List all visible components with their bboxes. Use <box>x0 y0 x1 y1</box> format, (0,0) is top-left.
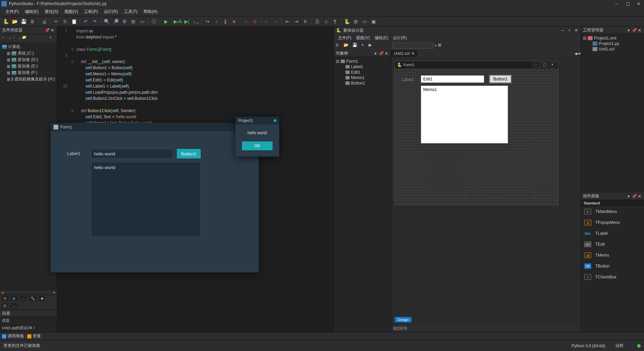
nav-back-small-icon[interactable]: ← <box>1 35 7 41</box>
proj-file[interactable]: Unit1.sct <box>592 46 643 52</box>
designer-run-icon[interactable]: ▶ <box>369 43 375 49</box>
menu-find[interactable]: 查找(S) <box>42 8 61 16</box>
designer-close-icon[interactable]: ✕ <box>574 28 579 33</box>
obj-tree-item[interactable]: Edit1 <box>345 70 389 75</box>
search-next-icon[interactable]: 🔎 <box>112 18 119 25</box>
minimize-button[interactable]: ─ <box>613 1 621 6</box>
palette-item-popupmenu[interactable]: ☰TPopupMenu <box>581 217 644 228</box>
save-icon[interactable]: 💾 <box>20 18 27 25</box>
designer-min-icon[interactable]: ─ <box>560 28 565 33</box>
file-tree[interactable]: 计算机 ⊞系统 (C:) ⊞新加卷 (D:) ⊞新加卷 (E:) ⊞新加卷 (F… <box>0 42 57 290</box>
close-button[interactable]: ✕ <box>634 1 643 6</box>
menu-edit[interactable]: 编辑(E) <box>22 8 41 16</box>
filter-icon[interactable]: ⚙ <box>1 296 9 301</box>
cut-icon[interactable]: ✂ <box>52 18 60 25</box>
palette-item-edit[interactable]: abITEdit <box>581 239 644 250</box>
run-icon[interactable]: ▶ <box>162 18 170 25</box>
obj-tree-pin-icon[interactable]: 📌 <box>379 51 383 56</box>
menu-view[interactable]: 视图(V) <box>62 8 81 16</box>
stop-icon[interactable]: ■ <box>39 296 45 301</box>
drive-node[interactable]: ⊞新加卷 (D:) <box>6 57 56 63</box>
python-icon[interactable]: 🐍 <box>2 18 10 25</box>
indent-icon[interactable]: ⇥ <box>293 18 300 25</box>
copy-icon[interactable]: ⎘ <box>61 18 69 25</box>
step-up-icon[interactable]: ↑ <box>213 18 220 25</box>
palette-dropdown-icon[interactable]: ▾ <box>626 194 631 199</box>
goto-icon[interactable]: ⊞ <box>129 18 137 25</box>
form-max-button[interactable]: ▢ <box>541 62 548 67</box>
table-icon[interactable]: ⊞ <box>352 18 359 25</box>
more-icon[interactable]: ... <box>20 296 27 301</box>
stop-record-icon[interactable]: ⊘ <box>251 18 259 25</box>
replace-icon[interactable]: ⚙ <box>121 18 128 25</box>
step-out-icon[interactable]: ↪ <box>204 18 211 25</box>
palette-tab[interactable]: Standard <box>581 200 644 206</box>
designer-menu-run[interactable]: 运行(R) <box>391 34 409 42</box>
file-tree-hscroll[interactable]: ◂▸ <box>0 290 57 294</box>
obj-tree-item[interactable]: Memo1 <box>345 75 389 80</box>
terminal-icon[interactable]: ▣ <box>370 18 377 25</box>
designer-save-icon[interactable]: 💾 <box>352 43 358 49</box>
pause-icon[interactable]: ‖ <box>221 18 229 25</box>
window-icon[interactable]: ▭ <box>361 18 368 25</box>
filter-menu-icon[interactable]: ◐ <box>11 296 18 301</box>
drive-node[interactable]: ⊞新加卷 (F:) <box>6 70 56 76</box>
maximize-button[interactable]: ▢ <box>624 1 632 6</box>
proj-close-icon[interactable]: ✕ <box>637 28 642 33</box>
palette-item-checkbox[interactable]: ✓TCheckBox <box>581 272 644 283</box>
message-dialog[interactable]: Project1 hello world OK <box>235 117 279 157</box>
form-close-button[interactable]: ✕ <box>549 62 556 67</box>
expand-icon[interactable]: » <box>49 35 56 41</box>
nav-fwd-small-icon[interactable]: → <box>12 35 18 41</box>
obj-tree-close-icon[interactable]: ✕ <box>384 51 389 56</box>
designer-new-icon[interactable]: ⎘ <box>336 43 342 49</box>
menu-run[interactable]: 运行(R) <box>101 8 121 16</box>
tab-callstack[interactable]: 调用堆栈 <box>2 333 24 339</box>
menu-help[interactable]: 帮助(H) <box>141 8 160 16</box>
palette-pin-icon[interactable]: 📌 <box>632 194 637 199</box>
object-tree[interactable]: ⊟Form1 Label1 Edit1 Memo1 Button1 <box>334 57 391 332</box>
palette-item-button[interactable]: OKTButton <box>581 261 644 272</box>
palette-item-mainmenu[interactable]: ≡TMainMenu <box>581 206 644 217</box>
proj-file[interactable]: Project1.py <box>592 41 643 46</box>
designer-canvas[interactable]: 🐍 Form1 ─ ▢ ✕ Label1 Edit1 Button1 Memo1 <box>391 57 581 325</box>
designer-tab[interactable]: Unit1.sct ✕ <box>391 50 417 57</box>
debug-icon[interactable]: ▶⁂ <box>174 18 182 25</box>
run-memo[interactable]: hello world <box>91 162 201 237</box>
design-memo[interactable]: Memo1 <box>421 86 508 143</box>
designer-max-icon[interactable]: ○ <box>567 28 572 33</box>
designer-tool-icon[interactable]: ⊞ <box>438 43 444 49</box>
proj-dropdown-icon[interactable]: ▾ <box>626 28 631 33</box>
tab-variables[interactable]: 变量 <box>27 333 41 339</box>
run-button[interactable]: Button1 <box>177 149 201 158</box>
tool-icon[interactable]: 🔧 <box>29 296 37 301</box>
undo-icon[interactable]: ↶ <box>82 18 90 25</box>
tree-root[interactable]: 计算机 <box>1 44 56 50</box>
obj-tree-item[interactable]: Button1 <box>345 80 389 86</box>
obj-tree-dropdown-icon[interactable]: ▾ <box>373 51 378 56</box>
pilcrow-icon[interactable]: ¶ <box>331 18 339 25</box>
menu-tools[interactable]: 工具(T) <box>121 8 140 16</box>
menu-project[interactable]: 工程(P) <box>81 8 101 16</box>
step-into-icon[interactable]: ↓⎵ <box>192 18 199 25</box>
drive-node[interactable]: ⊞新加卷 (E:) <box>6 63 56 70</box>
design-form[interactable]: 🐍 Form1 ─ ▢ ✕ Label1 Edit1 Button1 Memo1 <box>395 61 558 205</box>
print-icon[interactable]: 🖨 <box>41 18 48 25</box>
list-icon[interactable]: ☰ <box>313 18 321 25</box>
designer-menu-edit[interactable]: 编辑(E) <box>372 34 390 42</box>
design-label[interactable]: Label1 <box>402 77 414 82</box>
palette-item-memo[interactable]: ▤TMemo <box>581 250 644 261</box>
menu-file[interactable]: 文件(F) <box>3 8 21 16</box>
drive-node[interactable]: ⊞系统 (C:) <box>6 50 56 57</box>
designer-menu-view[interactable]: 视图(V) <box>354 34 372 42</box>
nav-back-icon[interactable]: ← <box>263 18 271 25</box>
open-icon[interactable]: 📂 <box>11 18 18 25</box>
proj-root[interactable]: ⊟Project1.xml <box>582 35 643 41</box>
step-over-icon[interactable]: ▶| <box>183 18 190 25</box>
designer-menu-file[interactable]: 文件(F) <box>336 34 353 42</box>
bookmark-icon[interactable]: ▭ <box>138 18 146 25</box>
run-edit-input[interactable] <box>91 149 173 158</box>
designer-open-icon[interactable]: 📂 <box>343 43 350 49</box>
designer-pointer-icon[interactable]: ↖ <box>361 43 367 49</box>
outdent-icon[interactable]: ⇤ <box>284 18 291 25</box>
